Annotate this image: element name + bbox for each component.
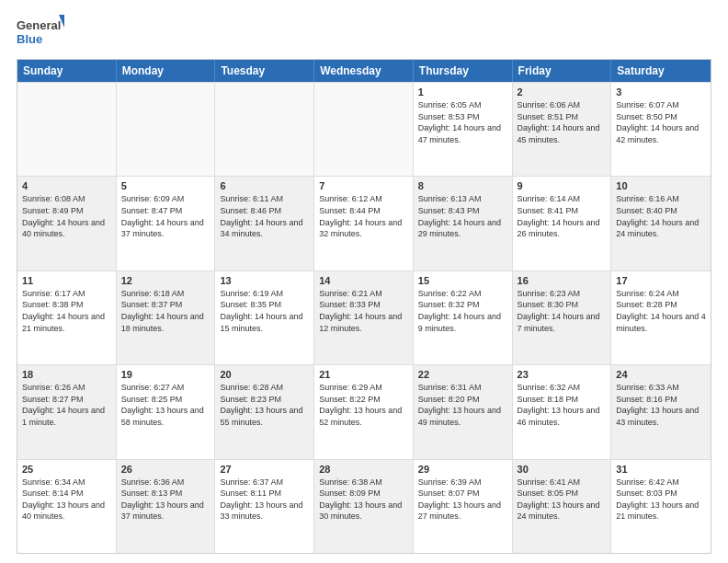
day-info: Sunrise: 6:27 AM Sunset: 8:25 PM Dayligh…	[121, 382, 210, 428]
header-day-tuesday: Tuesday	[215, 60, 314, 82]
svg-text:General: General	[17, 18, 61, 32]
day-number: 3	[616, 86, 706, 98]
day-number: 2	[518, 86, 607, 98]
empty-cell	[17, 83, 117, 176]
calendar-week-5: 25Sunrise: 6:34 AM Sunset: 8:14 PM Dayli…	[17, 459, 711, 553]
header-day-wednesday: Wednesday	[314, 60, 414, 82]
day-cell-3: 3Sunrise: 6:07 AM Sunset: 8:50 PM Daylig…	[611, 83, 711, 176]
day-info: Sunrise: 6:33 AM Sunset: 8:16 PM Dayligh…	[616, 382, 706, 428]
day-info: Sunrise: 6:21 AM Sunset: 8:33 PM Dayligh…	[319, 288, 408, 334]
empty-cell	[117, 83, 216, 176]
day-cell-15: 15Sunrise: 6:22 AM Sunset: 8:32 PM Dayli…	[414, 271, 513, 364]
calendar-page: General Blue SundayMondayTuesdayWednesda…	[0, 0, 728, 563]
day-number: 22	[418, 369, 507, 380]
day-info: Sunrise: 6:13 AM Sunset: 8:43 PM Dayligh…	[418, 193, 507, 239]
day-info: Sunrise: 6:24 AM Sunset: 8:28 PM Dayligh…	[616, 288, 706, 334]
day-info: Sunrise: 6:37 AM Sunset: 8:11 PM Dayligh…	[220, 477, 309, 523]
day-number: 1	[418, 86, 507, 98]
day-cell-2: 2Sunrise: 6:06 AM Sunset: 8:51 PM Daylig…	[513, 83, 612, 176]
day-number: 15	[418, 275, 507, 286]
day-cell-7: 7Sunrise: 6:12 AM Sunset: 8:44 PM Daylig…	[314, 177, 414, 270]
day-info: Sunrise: 6:11 AM Sunset: 8:46 PM Dayligh…	[220, 193, 309, 239]
day-cell-25: 25Sunrise: 6:34 AM Sunset: 8:14 PM Dayli…	[17, 460, 117, 553]
day-number: 14	[319, 275, 408, 286]
header-day-saturday: Saturday	[611, 60, 711, 82]
day-info: Sunrise: 6:29 AM Sunset: 8:22 PM Dayligh…	[319, 382, 408, 428]
day-number: 29	[418, 464, 507, 475]
day-number: 16	[518, 275, 607, 286]
day-number: 25	[22, 464, 111, 475]
day-number: 17	[616, 275, 706, 286]
day-info: Sunrise: 6:18 AM Sunset: 8:37 PM Dayligh…	[121, 288, 210, 334]
logo: General Blue	[17, 15, 64, 52]
day-info: Sunrise: 6:34 AM Sunset: 8:14 PM Dayligh…	[22, 477, 111, 523]
day-info: Sunrise: 6:14 AM Sunset: 8:41 PM Dayligh…	[518, 193, 607, 239]
day-info: Sunrise: 6:39 AM Sunset: 8:07 PM Dayligh…	[418, 477, 507, 523]
day-number: 10	[616, 180, 706, 191]
calendar-week-2: 4Sunrise: 6:08 AM Sunset: 8:49 PM Daylig…	[17, 176, 711, 270]
day-info: Sunrise: 6:41 AM Sunset: 8:05 PM Dayligh…	[518, 477, 607, 523]
day-info: Sunrise: 6:16 AM Sunset: 8:40 PM Dayligh…	[616, 193, 706, 239]
day-cell-9: 9Sunrise: 6:14 AM Sunset: 8:41 PM Daylig…	[513, 177, 612, 270]
day-cell-22: 22Sunrise: 6:31 AM Sunset: 8:20 PM Dayli…	[414, 365, 513, 458]
day-cell-24: 24Sunrise: 6:33 AM Sunset: 8:16 PM Dayli…	[611, 365, 711, 458]
calendar-week-3: 11Sunrise: 6:17 AM Sunset: 8:38 PM Dayli…	[17, 270, 711, 364]
day-number: 31	[616, 464, 706, 475]
day-cell-17: 17Sunrise: 6:24 AM Sunset: 8:28 PM Dayli…	[611, 271, 711, 364]
day-cell-18: 18Sunrise: 6:26 AM Sunset: 8:27 PM Dayli…	[17, 365, 117, 458]
day-number: 21	[319, 369, 408, 380]
day-number: 11	[22, 275, 111, 286]
day-cell-1: 1Sunrise: 6:05 AM Sunset: 8:53 PM Daylig…	[414, 83, 513, 176]
empty-cell	[215, 83, 314, 176]
header-day-sunday: Sunday	[17, 60, 117, 82]
day-info: Sunrise: 6:28 AM Sunset: 8:23 PM Dayligh…	[220, 382, 309, 428]
day-info: Sunrise: 6:08 AM Sunset: 8:49 PM Dayligh…	[22, 193, 111, 239]
day-number: 7	[319, 180, 408, 191]
day-cell-13: 13Sunrise: 6:19 AM Sunset: 8:35 PM Dayli…	[215, 271, 314, 364]
day-number: 6	[220, 180, 309, 191]
day-number: 4	[22, 180, 111, 191]
day-info: Sunrise: 6:22 AM Sunset: 8:32 PM Dayligh…	[418, 288, 507, 334]
day-number: 26	[121, 464, 210, 475]
svg-text:Blue: Blue	[17, 32, 42, 46]
day-info: Sunrise: 6:38 AM Sunset: 8:09 PM Dayligh…	[319, 477, 408, 523]
day-info: Sunrise: 6:09 AM Sunset: 8:47 PM Dayligh…	[121, 193, 210, 239]
day-number: 28	[319, 464, 408, 475]
day-cell-23: 23Sunrise: 6:32 AM Sunset: 8:18 PM Dayli…	[513, 365, 612, 458]
page-header: General Blue	[17, 15, 711, 52]
day-cell-26: 26Sunrise: 6:36 AM Sunset: 8:13 PM Dayli…	[117, 460, 216, 553]
day-cell-29: 29Sunrise: 6:39 AM Sunset: 8:07 PM Dayli…	[414, 460, 513, 553]
day-number: 8	[418, 180, 507, 191]
header-day-thursday: Thursday	[414, 60, 513, 82]
header-day-friday: Friday	[513, 60, 612, 82]
day-cell-5: 5Sunrise: 6:09 AM Sunset: 8:47 PM Daylig…	[117, 177, 216, 270]
day-number: 9	[518, 180, 607, 191]
day-cell-14: 14Sunrise: 6:21 AM Sunset: 8:33 PM Dayli…	[314, 271, 414, 364]
day-info: Sunrise: 6:19 AM Sunset: 8:35 PM Dayligh…	[220, 288, 309, 334]
day-info: Sunrise: 6:17 AM Sunset: 8:38 PM Dayligh…	[22, 288, 111, 334]
day-info: Sunrise: 6:36 AM Sunset: 8:13 PM Dayligh…	[121, 477, 210, 523]
day-number: 18	[22, 369, 111, 380]
day-info: Sunrise: 6:26 AM Sunset: 8:27 PM Dayligh…	[22, 382, 111, 428]
header-day-monday: Monday	[117, 60, 216, 82]
day-cell-11: 11Sunrise: 6:17 AM Sunset: 8:38 PM Dayli…	[17, 271, 117, 364]
day-number: 13	[220, 275, 309, 286]
day-cell-21: 21Sunrise: 6:29 AM Sunset: 8:22 PM Dayli…	[314, 365, 414, 458]
day-cell-19: 19Sunrise: 6:27 AM Sunset: 8:25 PM Dayli…	[117, 365, 216, 458]
day-cell-8: 8Sunrise: 6:13 AM Sunset: 8:43 PM Daylig…	[414, 177, 513, 270]
day-info: Sunrise: 6:23 AM Sunset: 8:30 PM Dayligh…	[518, 288, 607, 334]
day-number: 30	[518, 464, 607, 475]
day-info: Sunrise: 6:05 AM Sunset: 8:53 PM Dayligh…	[418, 99, 507, 145]
day-number: 23	[518, 369, 607, 380]
day-info: Sunrise: 6:32 AM Sunset: 8:18 PM Dayligh…	[518, 382, 607, 428]
day-cell-16: 16Sunrise: 6:23 AM Sunset: 8:30 PM Dayli…	[513, 271, 612, 364]
day-cell-12: 12Sunrise: 6:18 AM Sunset: 8:37 PM Dayli…	[117, 271, 216, 364]
day-number: 19	[121, 369, 210, 380]
day-info: Sunrise: 6:42 AM Sunset: 8:03 PM Dayligh…	[616, 477, 706, 523]
day-number: 24	[616, 369, 706, 380]
day-cell-28: 28Sunrise: 6:38 AM Sunset: 8:09 PM Dayli…	[314, 460, 414, 553]
day-cell-30: 30Sunrise: 6:41 AM Sunset: 8:05 PM Dayli…	[513, 460, 612, 553]
day-number: 27	[220, 464, 309, 475]
calendar-header: SundayMondayTuesdayWednesdayThursdayFrid…	[17, 60, 711, 82]
day-cell-6: 6Sunrise: 6:11 AM Sunset: 8:46 PM Daylig…	[215, 177, 314, 270]
